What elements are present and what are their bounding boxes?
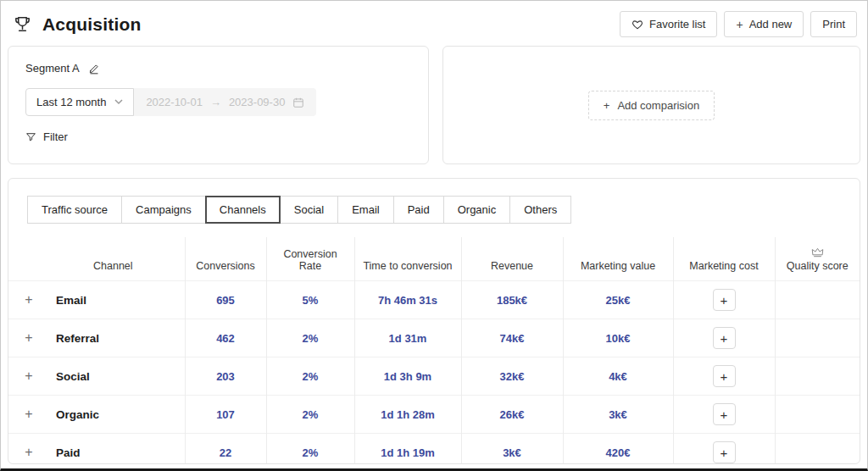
column-header-revenue: Revenue — [461, 237, 563, 281]
conversion-rate-value: 2% — [266, 396, 354, 434]
date-end: 2023-09-30 — [229, 96, 286, 108]
tab-paid[interactable]: Paid — [393, 196, 444, 224]
plus-icon: + — [736, 19, 743, 30]
quality-score-cell — [775, 319, 860, 357]
print-button[interactable]: Print — [810, 11, 857, 37]
period-select[interactable]: Last 12 month — [25, 88, 134, 116]
tab-organic[interactable]: Organic — [443, 196, 511, 224]
report-tabs: Traffic source Campaigns Channels Social… — [8, 196, 860, 224]
comparison-panel: + Add comparision — [442, 46, 860, 164]
channel-name: Email — [49, 281, 185, 319]
favorite-list-button[interactable]: Favorite list — [620, 11, 717, 37]
heart-icon — [632, 19, 643, 30]
calendar-icon — [292, 97, 304, 108]
table-row: + Paid 22 2% 1d 1h 19m 3k€ 420€ + — [8, 434, 860, 465]
add-marketing-cost-button[interactable]: + — [713, 327, 736, 349]
channel-name: Referral — [49, 319, 185, 357]
quality-score-cell — [775, 396, 860, 434]
header-expand-spacer — [8, 237, 49, 281]
filter-label: Filter — [43, 130, 68, 143]
top-bar: Acquisition Favorite list + Add new Prin… — [8, 9, 860, 46]
funnel-icon — [25, 131, 36, 142]
time-to-conversion-value: 1d 31m — [354, 319, 461, 357]
column-header-time-to-conversion: Time to conversion — [354, 237, 461, 281]
add-marketing-cost-button[interactable]: + — [713, 403, 736, 425]
acquisition-page: Acquisition Favorite list + Add new Prin… — [0, 0, 868, 471]
conversion-rate-value: 2% — [266, 357, 354, 396]
add-new-button[interactable]: + Add new — [724, 11, 804, 37]
conversion-rate-value: 5% — [266, 281, 354, 319]
table-row: + Email 695 5% 7h 46m 31s 185k€ 25k€ + — [8, 281, 860, 319]
segment-row: Segment A — [25, 62, 411, 75]
revenue-value: 74k€ — [461, 319, 563, 357]
time-to-conversion-value: 7h 46m 31s — [354, 281, 461, 319]
conversions-value: 203 — [185, 357, 266, 396]
period-controls: Last 12 month 2022-10-01 → 2023-09-30 — [25, 88, 411, 116]
add-marketing-cost-button[interactable]: + — [713, 289, 736, 311]
marketing-value-value: 25k€ — [563, 281, 673, 319]
tab-social[interactable]: Social — [280, 196, 338, 224]
conversions-value: 22 — [185, 434, 266, 465]
conversions-value: 107 — [185, 396, 266, 434]
column-header-marketing-value: Marketing value — [563, 237, 673, 281]
add-marketing-cost-button[interactable]: + — [713, 441, 736, 463]
date-start: 2022-10-01 — [146, 96, 203, 108]
column-header-conversions: Conversions — [185, 237, 266, 281]
channel-name: Social — [49, 357, 185, 396]
table-header-row: Channel Conversions Conversion Rate Time… — [8, 237, 860, 281]
expand-row-button[interactable]: + — [25, 293, 32, 307]
tab-channels[interactable]: Channels — [205, 196, 281, 224]
chevron-down-icon — [114, 99, 123, 105]
table-row: + Social 203 2% 1d 3h 9m 32k€ 4k€ + — [8, 357, 860, 396]
column-header-conversion-rate: Conversion Rate — [266, 237, 354, 281]
page-title: Acquisition — [42, 14, 142, 35]
add-comparison-button[interactable]: + Add comparision — [588, 91, 715, 120]
expand-row-button[interactable]: + — [25, 407, 32, 421]
time-to-conversion-value: 1d 1h 19m — [354, 434, 461, 465]
tab-email[interactable]: Email — [337, 196, 394, 224]
table-row: + Referral 462 2% 1d 31m 74k€ 10k€ + — [8, 319, 860, 357]
channel-name: Organic — [49, 396, 185, 434]
column-header-channel: Channel — [49, 237, 185, 281]
revenue-value: 26k€ — [461, 396, 563, 434]
pencil-icon[interactable] — [88, 63, 100, 75]
tab-others[interactable]: Others — [509, 196, 571, 224]
filter-panels: Segment A Last 12 month 2022-10-01 → — [8, 46, 860, 164]
revenue-value: 32k€ — [461, 357, 563, 396]
channels-table-panel: Traffic source Campaigns Channels Social… — [8, 178, 860, 464]
table-row: + Organic 107 2% 1d 1h 28m 26k€ 3k€ + — [8, 396, 860, 434]
filter-button[interactable]: Filter — [25, 130, 68, 143]
channel-name: Paid — [49, 434, 185, 465]
marketing-value-value: 4k€ — [563, 357, 673, 396]
column-header-marketing-cost: Marketing cost — [673, 237, 775, 281]
expand-row-button[interactable]: + — [25, 446, 32, 459]
marketing-value-value: 3k€ — [563, 396, 673, 434]
marketing-value-value: 420€ — [563, 434, 673, 465]
conversions-value: 462 — [185, 319, 266, 357]
print-label: Print — [822, 18, 845, 30]
tab-traffic-source[interactable]: Traffic source — [27, 196, 122, 224]
conversions-value: 695 — [185, 281, 266, 319]
title-wrap: Acquisition — [13, 14, 142, 35]
time-to-conversion-value: 1d 1h 28m — [354, 396, 461, 434]
quality-score-cell — [775, 281, 860, 319]
add-new-label: Add new — [749, 18, 793, 30]
date-range-field[interactable]: 2022-10-01 → 2023-09-30 — [134, 88, 316, 116]
expand-row-button[interactable]: + — [25, 369, 32, 383]
revenue-value: 3k€ — [461, 434, 563, 465]
segment-name: Segment A — [25, 62, 80, 75]
expand-row-button[interactable]: + — [25, 331, 32, 345]
quality-score-cell — [775, 434, 860, 465]
marketing-value-value: 10k€ — [563, 319, 673, 357]
range-arrow-icon: → — [210, 96, 221, 108]
add-marketing-cost-button[interactable]: + — [713, 365, 736, 387]
time-to-conversion-value: 1d 3h 9m — [354, 357, 461, 396]
add-comparison-label: Add comparision — [617, 99, 699, 112]
revenue-value: 185k€ — [461, 281, 563, 319]
channels-table: Channel Conversions Conversion Rate Time… — [8, 237, 860, 464]
column-header-quality-score: Quality score — [775, 237, 860, 281]
favorite-list-label: Favorite list — [649, 18, 705, 30]
plus-icon: + — [604, 99, 610, 112]
tab-campaigns[interactable]: Campaigns — [121, 196, 206, 224]
top-actions: Favorite list + Add new Print — [620, 11, 857, 37]
